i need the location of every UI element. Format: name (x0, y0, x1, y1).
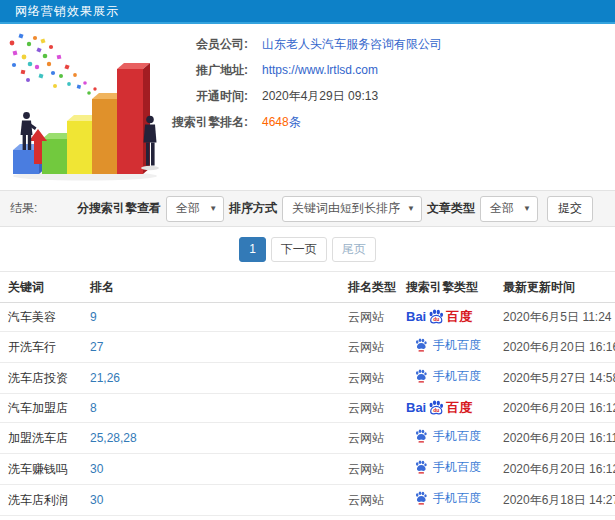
engine-cell: 手机百度 (398, 485, 495, 516)
updated-cell: 2020年6月20日 16:12 (495, 454, 615, 485)
member-company-row: 会员公司: 山东老人头汽车服务咨询有限公司 (160, 36, 615, 52)
page: 网络营销效果展示 (0, 0, 615, 520)
baidu-logo-cn: 百度 (446, 309, 472, 325)
svg-text:du: du (433, 316, 439, 322)
mobile-baidu-logo: 手机百度 (414, 368, 481, 384)
rank-cell[interactable]: 8 (82, 394, 340, 423)
baidu-logo-bai: Bai (406, 400, 426, 416)
open-time-label: 开通时间: (160, 88, 248, 104)
article-type-select[interactable]: 全部 ▼ (480, 196, 538, 222)
keyword-cell: 汽车加盟店 (0, 394, 82, 423)
keyword-cell: 洗车赚钱吗 (0, 454, 82, 485)
mobile-baidu-paw-icon (414, 368, 428, 384)
growth-bar-chart-illustration (0, 27, 160, 187)
rank-cell[interactable]: 30 (82, 485, 340, 516)
engine-cell: 手机百度 (398, 454, 495, 485)
rank-type-cell: 云网站 (340, 454, 398, 485)
mobile-baidu-label: 手机百度 (433, 368, 481, 384)
table-row: 汽车加盟店 8 云网站 Baidu百度 2020年6月20日 16:12 (0, 394, 615, 423)
rank-type-cell: 云网站 (340, 303, 398, 332)
col-header-rank-type: 排名类型 (340, 272, 398, 303)
updated-cell: 2020年6月18日 14:27 (495, 485, 615, 516)
rank-cell[interactable]: 9 (82, 303, 340, 332)
engine-rank-label: 搜索引擎排名: (160, 114, 248, 130)
baidu-paw-icon: du (427, 399, 445, 417)
updated-cell: 2020年5月27日 14:58 (495, 363, 615, 394)
confetti-dots (10, 33, 107, 98)
mobile-baidu-logo: 手机百度 (414, 459, 481, 475)
engine-cell: 手机百度 (398, 423, 495, 454)
engine-cell: Baidu百度 (398, 303, 495, 332)
mobile-baidu-label: 手机百度 (433, 337, 481, 353)
rank-cell[interactable]: 21,26 (82, 363, 340, 394)
keyword-cell: 洗车店加盟 (0, 516, 82, 520)
promo-url-row: 推广地址: https://www.lrtlsd.com (160, 62, 615, 78)
engine-rank-unit: 条 (289, 115, 301, 129)
engine-cell: 手机百度 (398, 363, 495, 394)
rank-type-cell: 云网站 (340, 363, 398, 394)
chevron-down-icon: ▼ (407, 204, 415, 213)
article-type-label: 文章类型 (427, 200, 475, 217)
table-row: 汽车美容 9 云网站 Baidu百度 2020年6月5日 11:24 (0, 303, 615, 332)
mobile-baidu-paw-icon (414, 428, 428, 444)
table-row: 加盟洗车店 25,28,28 云网站 手机百度 2020年6月20日 16:11 (0, 423, 615, 454)
baidu-logo: Baidu百度 (406, 399, 472, 417)
table-header-row: 关键词 排名 排名类型 搜索引擎类型 最新更新时间 (0, 272, 615, 303)
keyword-cell: 加盟洗车店 (0, 423, 82, 454)
keyword-cell: 洗车店投资 (0, 363, 82, 394)
mobile-baidu-logo: 手机百度 (414, 428, 481, 444)
chevron-down-icon: ▼ (523, 204, 531, 213)
promo-url-link[interactable]: https://www.lrtlsd.com (262, 63, 378, 77)
engine-filter-label: 分搜索引擎查看 (77, 200, 161, 217)
baidu-logo-cn: 百度 (446, 400, 472, 416)
mobile-baidu-paw-icon (414, 459, 428, 475)
col-header-keyword: 关键词 (0, 272, 82, 303)
baidu-logo-bai: Bai (406, 309, 426, 325)
member-company-link[interactable]: 山东老人头汽车服务咨询有限公司 (262, 37, 442, 51)
engine-rank-row: 搜索引擎排名: 4648条 (160, 114, 615, 130)
page-title: 网络营销效果展示 (15, 3, 119, 20)
updated-cell: 2020年6月5日 11:24 (495, 303, 615, 332)
result-label: 结果: (10, 200, 37, 217)
rank-type-cell: 云网站 (340, 332, 398, 363)
keyword-cell: 汽车美容 (0, 303, 82, 332)
rank-cell[interactable]: 27 (82, 332, 340, 363)
mobile-baidu-logo: 手机百度 (414, 337, 481, 353)
next-page-button[interactable]: 下一页 (271, 237, 327, 262)
table-row: 洗车店加盟 3 云网站 Baidu百度 2020年6月18日 14:30 (0, 516, 615, 520)
sort-filter-label: 排序方式 (229, 200, 277, 217)
rank-type-cell: 云网站 (340, 423, 398, 454)
rank-type-cell: 云网站 (340, 516, 398, 520)
top-bar: 网络营销效果展示 (0, 0, 615, 24)
company-info-list: 会员公司: 山东老人头汽车服务咨询有限公司 推广地址: https://www.… (160, 24, 615, 190)
last-page-button[interactable]: 尾页 (332, 237, 376, 262)
baidu-paw-icon: du (427, 308, 445, 326)
mobile-baidu-label: 手机百度 (433, 459, 481, 475)
table-row: 洗车赚钱吗 30 云网站 手机百度 2020年6月20日 16:12 (0, 454, 615, 485)
filter-controls: 分搜索引擎查看 全部 ▼ 排序方式 关键词由短到长排序 ▼ 文章类型 全部 ▼ … (77, 196, 593, 222)
rank-type-cell: 云网站 (340, 394, 398, 423)
engine-cell: 手机百度 (398, 332, 495, 363)
table-row: 洗车店利润 30 云网站 手机百度 2020年6月18日 14:27 (0, 485, 615, 516)
sort-filter-select[interactable]: 关键词由短到长排序 ▼ (282, 196, 422, 222)
filter-bar: 结果: 分搜索引擎查看 全部 ▼ 排序方式 关键词由短到长排序 ▼ 文章类型 全… (0, 190, 615, 227)
table-body: 汽车美容 9 云网站 Baidu百度 2020年6月5日 11:24 开洗车行 … (0, 303, 615, 520)
pagination: 1 下一页 尾页 (0, 227, 615, 271)
updated-cell: 2020年6月20日 16:12 (495, 394, 615, 423)
mobile-baidu-paw-icon (414, 337, 428, 353)
company-info-section: 会员公司: 山东老人头汽车服务咨询有限公司 推广地址: https://www.… (0, 24, 615, 190)
engine-cell: Baidu百度 (398, 394, 495, 423)
page-1-button[interactable]: 1 (239, 237, 266, 262)
bar-red (117, 63, 150, 174)
engine-filter-select[interactable]: 全部 ▼ (166, 196, 224, 222)
submit-button[interactable]: 提交 (547, 196, 593, 222)
keyword-cell: 洗车店利润 (0, 485, 82, 516)
keyword-ranking-table: 关键词 排名 排名类型 搜索引擎类型 最新更新时间 汽车美容 9 云网站 Bai… (0, 271, 615, 520)
chevron-down-icon: ▼ (209, 204, 217, 213)
rank-cell[interactable]: 30 (82, 454, 340, 485)
rank-cell[interactable]: 3 (82, 516, 340, 520)
mobile-baidu-label: 手机百度 (433, 490, 481, 506)
updated-cell: 2020年6月20日 16:11 (495, 423, 615, 454)
rank-cell[interactable]: 25,28,28 (82, 423, 340, 454)
updated-cell: 2020年6月18日 14:30 (495, 516, 615, 520)
